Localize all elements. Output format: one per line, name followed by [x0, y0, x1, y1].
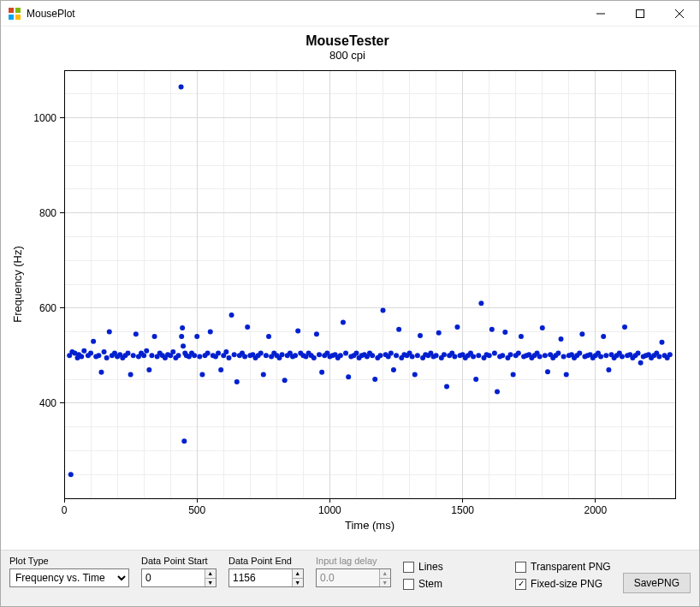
- svg-point-95: [102, 349, 107, 354]
- svg-rect-5: [637, 9, 644, 17]
- svg-point-179: [314, 331, 319, 336]
- svg-point-289: [606, 367, 611, 372]
- svg-point-250: [502, 330, 507, 335]
- svg-text:Frequency (Hz): Frequency (Hz): [11, 246, 24, 323]
- svg-point-264: [540, 325, 545, 330]
- svg-point-191: [346, 374, 351, 379]
- titlebar: MousePlot: [1, 1, 699, 27]
- svg-point-149: [234, 379, 240, 384]
- plot-type-group: Plot Type Frequency vs. Time: [9, 556, 129, 587]
- minimize-button[interactable]: [581, 1, 620, 27]
- svg-point-112: [146, 367, 151, 372]
- svg-point-94: [98, 370, 104, 375]
- svg-point-133: [192, 353, 197, 358]
- transparent-png-checkbox-row[interactable]: Transparent PNG: [515, 561, 611, 573]
- svg-point-253: [511, 372, 516, 378]
- spin-up-icon[interactable]: ▲: [293, 569, 303, 579]
- svg-point-143: [218, 367, 223, 372]
- plot-type-label: Plot Type: [9, 556, 129, 566]
- svg-point-286: [598, 354, 603, 359]
- svg-point-190: [343, 351, 348, 356]
- svg-rect-1: [15, 8, 21, 13]
- svg-point-189: [341, 319, 346, 324]
- svg-point-279: [579, 331, 584, 336]
- svg-point-90: [88, 351, 93, 356]
- trace-options: Lines Stem: [403, 556, 443, 590]
- plot-type-select[interactable]: Frequency vs. Time: [9, 568, 129, 587]
- svg-point-138: [205, 351, 211, 356]
- svg-point-134: [194, 334, 199, 339]
- svg-point-270: [555, 351, 561, 356]
- spin-up-icon[interactable]: ▲: [205, 569, 216, 579]
- lines-label: Lines: [418, 561, 443, 573]
- svg-point-126: [180, 325, 185, 330]
- svg-point-181: [319, 370, 324, 375]
- svg-point-294: [620, 354, 625, 359]
- svg-point-178: [311, 355, 317, 360]
- svg-point-82: [68, 472, 74, 477]
- svg-point-135: [197, 354, 202, 359]
- checkbox-icon: [515, 579, 526, 590]
- svg-rect-3: [15, 15, 21, 20]
- stem-checkbox-row[interactable]: Stem: [403, 578, 443, 590]
- data-end-label: Data Point End: [228, 556, 304, 566]
- data-start-input[interactable]: [142, 569, 205, 586]
- svg-point-225: [436, 330, 442, 336]
- svg-point-249: [500, 353, 505, 358]
- svg-point-166: [280, 352, 285, 357]
- svg-point-127: [181, 343, 186, 348]
- svg-point-216: [412, 372, 418, 378]
- svg-text:1500: 1500: [451, 504, 474, 516]
- svg-point-188: [338, 353, 343, 358]
- svg-point-139: [208, 330, 213, 335]
- data-end-spinner[interactable]: ▲▼: [228, 568, 304, 587]
- svg-point-87: [79, 354, 84, 359]
- svg-point-200: [370, 353, 375, 358]
- svg-rect-0: [9, 8, 14, 13]
- fixed-png-checkbox-row[interactable]: Fixed-size PNG: [515, 578, 611, 590]
- svg-point-300: [636, 351, 641, 356]
- svg-text:600: 600: [39, 302, 56, 314]
- svg-point-224: [434, 353, 439, 358]
- svg-point-142: [216, 351, 221, 356]
- svg-point-255: [516, 351, 521, 356]
- spin-down-icon[interactable]: ▼: [293, 579, 303, 587]
- svg-point-240: [476, 353, 481, 358]
- window-title: MousePlot: [27, 8, 75, 20]
- input-lag-spinner: ▲▼: [316, 568, 391, 587]
- close-button[interactable]: [660, 1, 699, 27]
- svg-text:1000: 1000: [318, 504, 341, 516]
- svg-text:800: 800: [39, 207, 56, 219]
- svg-point-114: [152, 334, 157, 339]
- svg-point-265: [543, 353, 548, 358]
- svg-point-309: [659, 340, 664, 345]
- svg-point-273: [564, 372, 569, 378]
- data-start-group: Data Point Start ▲▼: [141, 556, 217, 587]
- svg-point-256: [519, 334, 524, 339]
- svg-point-96: [104, 355, 110, 360]
- maximize-button[interactable]: [620, 1, 660, 27]
- svg-point-245: [489, 327, 495, 332]
- lines-checkbox-row[interactable]: Lines: [403, 561, 443, 573]
- svg-point-125: [179, 334, 184, 339]
- save-png-button[interactable]: SavePNG: [623, 573, 691, 593]
- svg-point-263: [537, 354, 543, 359]
- data-start-spinner[interactable]: ▲▼: [141, 568, 217, 587]
- svg-point-106: [131, 353, 136, 358]
- svg-point-271: [559, 336, 564, 342]
- svg-point-295: [622, 324, 627, 330]
- svg-point-146: [226, 355, 231, 360]
- spin-up-icon: ▲: [380, 569, 390, 579]
- input-lag-input: [317, 569, 379, 586]
- data-end-input[interactable]: [229, 569, 292, 586]
- svg-point-231: [452, 354, 457, 359]
- svg-point-123: [175, 353, 181, 358]
- svg-point-288: [603, 353, 608, 358]
- svg-point-104: [126, 351, 131, 356]
- fixed-png-label: Fixed-size PNG: [531, 578, 602, 590]
- svg-point-113: [149, 353, 154, 358]
- spin-down-icon[interactable]: ▼: [205, 579, 216, 587]
- svg-point-124: [179, 84, 184, 89]
- svg-point-244: [487, 353, 492, 358]
- svg-point-147: [229, 312, 234, 318]
